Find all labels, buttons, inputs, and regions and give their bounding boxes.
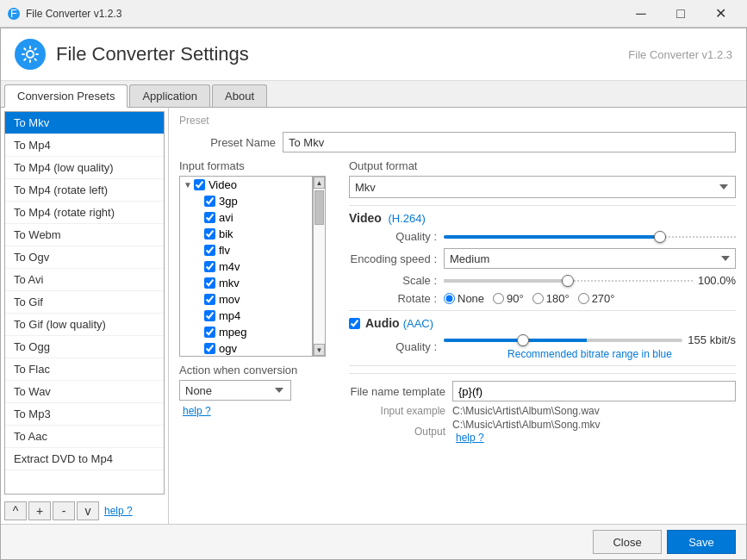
tree-item-bik[interactable]: bik	[180, 226, 312, 242]
tree-item-3gp[interactable]: 3gp	[180, 193, 312, 209]
rotate-180-radio[interactable]	[532, 293, 544, 304]
rotate-none-option[interactable]: None	[444, 292, 484, 305]
scale-thumb[interactable]	[562, 275, 574, 287]
save-button[interactable]: Save	[667, 530, 736, 554]
scroll-up-button[interactable]: ▲	[314, 177, 325, 189]
audio-section: Audio (AAC) Quality :	[349, 316, 736, 360]
minimize-button[interactable]: ─	[621, 0, 661, 28]
audio-slider-container: 155 kbit/s Recommended bitrate range in …	[444, 333, 736, 360]
sidebar-item-to-aac[interactable]: To Aac	[5, 426, 164, 448]
rotate-180-option[interactable]: 180°	[532, 292, 570, 305]
cb-ogv[interactable]	[204, 343, 215, 354]
formats-scrollbar[interactable]: ▲ ▼	[313, 176, 326, 357]
right-column: Output format Mkv Video (H.264)	[349, 159, 736, 445]
sidebar-move-up-button[interactable]: ^	[4, 501, 27, 520]
rotate-radio-group: None 90° 180° 270°	[444, 292, 615, 305]
tab-conversion-presets[interactable]: Conversion Presets	[4, 84, 128, 108]
close-button[interactable]: ✕	[700, 0, 740, 28]
audio-quality-thumb[interactable]	[517, 334, 529, 346]
cb-flv[interactable]	[204, 245, 215, 256]
video-quality-thumb[interactable]	[654, 231, 666, 243]
divider-1	[349, 205, 736, 206]
cb-3gp[interactable]	[204, 196, 215, 207]
sidebar-item-to-flac[interactable]: To Flac	[5, 358, 164, 381]
audio-track-wrapper[interactable]	[444, 334, 682, 346]
title-bar-buttons: ─ □ ✕	[621, 0, 740, 28]
sidebar-item-to-gif-low[interactable]: To Gif (low quality)	[5, 314, 164, 336]
scale-row: Scale : 100.0%	[349, 274, 736, 287]
sidebar-item-to-mp4-low[interactable]: To Mp4 (low quality)	[5, 157, 164, 179]
cb-bik[interactable]	[204, 228, 215, 240]
rotate-270-radio[interactable]	[578, 293, 589, 304]
template-section: File name template Input example C:\Musi…	[349, 373, 736, 444]
cb-m4v[interactable]	[204, 261, 215, 272]
formats-wrapper: ▼ Video 3gp avi	[179, 176, 326, 357]
sidebar-item-extract-dvd[interactable]: Extract DVD to Mp4	[5, 448, 164, 470]
sidebar-item-to-webm[interactable]: To Webm	[5, 224, 164, 246]
sidebar-item-to-mp4-rotate-left[interactable]: To Mp4 (rotate left)	[5, 179, 164, 202]
output-example-value: C:\Music\Artist\Album\Song.mkv	[452, 419, 600, 431]
scroll-down-button[interactable]: ▼	[314, 344, 325, 356]
template-input[interactable]	[452, 381, 736, 401]
tab-about[interactable]: About	[212, 84, 267, 107]
sidebar-item-to-mp4-rotate-right[interactable]: To Mp4 (rotate right)	[5, 202, 164, 224]
preset-section-label: Preset	[179, 115, 736, 127]
tree-root-video[interactable]: ▼ Video	[180, 177, 312, 193]
close-button[interactable]: Close	[593, 530, 662, 554]
output-format-section: Output format Mkv	[349, 159, 736, 198]
tree-item-mpeg[interactable]: mpeg	[180, 324, 312, 340]
maximize-button[interactable]: □	[661, 0, 700, 28]
scroll-thumb[interactable]	[314, 190, 324, 225]
sidebar-item-to-mkv[interactable]: To Mkv	[5, 112, 164, 134]
tree-item-mkv[interactable]: mkv	[180, 275, 312, 291]
sidebar-item-to-mp3[interactable]: To Mp3	[5, 403, 164, 426]
video-quality-track-wrapper[interactable]	[444, 231, 736, 243]
rotate-270-option[interactable]: 270°	[578, 292, 615, 305]
sidebar-add-button[interactable]: +	[28, 501, 51, 520]
cb-avi[interactable]	[204, 212, 215, 223]
tree-item-mp4[interactable]: mp4	[180, 308, 312, 324]
main-window: File Converter Settings File Converter v…	[0, 28, 747, 560]
video-codec: (H.264)	[389, 212, 426, 225]
rotate-90-radio[interactable]	[493, 293, 504, 304]
formats-tree[interactable]: ▼ Video 3gp avi	[179, 176, 313, 357]
sidebar-help-link[interactable]: help ?	[104, 505, 133, 517]
cb-mpeg[interactable]	[204, 327, 215, 338]
tree-item-flv[interactable]: flv	[180, 242, 312, 258]
cb-mp4[interactable]	[204, 310, 215, 321]
cb-mov[interactable]	[204, 294, 215, 305]
sidebar-item-to-avi[interactable]: To Avi	[5, 269, 164, 291]
sidebar-item-to-gif[interactable]: To Gif	[5, 291, 164, 314]
video-root-checkbox[interactable]	[194, 179, 205, 190]
rotate-none-radio[interactable]	[444, 293, 455, 304]
audio-quality-row: Quality : 155 kbit/s	[349, 333, 736, 360]
output-example-row: Output C:\Music\Artist\Album\Song.mkv he…	[349, 419, 736, 444]
sidebar-remove-button[interactable]: -	[53, 501, 75, 520]
tree-item-mov[interactable]: mov	[180, 291, 312, 308]
sidebar-item-to-ogg[interactable]: To Ogg	[5, 336, 164, 358]
encoding-speed-select[interactable]: Medium Ultrafast Superfast Veryfast Fast…	[444, 248, 736, 269]
rotate-label: Rotate :	[349, 292, 444, 305]
scale-value: 100.0%	[693, 274, 736, 287]
sidebar-item-to-ogv[interactable]: To Ogv	[5, 246, 164, 269]
sidebar-item-to-mp4[interactable]: To Mp4	[5, 134, 164, 157]
cb-mkv[interactable]	[204, 277, 215, 289]
rotate-90-option[interactable]: 90°	[493, 292, 524, 305]
sidebar-item-to-wav[interactable]: To Wav	[5, 381, 164, 403]
tab-application[interactable]: Application	[129, 84, 210, 107]
preset-name-input[interactable]	[283, 132, 736, 152]
action-section: Action when conversion None help ?	[179, 364, 339, 417]
output-help-link[interactable]: help ?	[456, 432, 484, 444]
action-help-link[interactable]: help ?	[183, 405, 211, 417]
recommended-text: Recommended bitrate range in blue	[507, 348, 672, 360]
tree-item-m4v[interactable]: m4v	[180, 258, 312, 275]
sidebar-move-down-button[interactable]: v	[77, 501, 99, 520]
audio-checkbox[interactable]	[349, 318, 360, 329]
tree-item-ogv[interactable]: ogv	[180, 340, 312, 357]
scale-track-wrapper[interactable]	[444, 275, 693, 287]
output-format-select[interactable]: Mkv	[349, 176, 736, 198]
video-header: Video (H.264)	[349, 211, 736, 225]
action-select[interactable]: None	[179, 380, 291, 401]
sidebar-list[interactable]: To Mkv To Mp4 To Mp4 (low quality) To Mp…	[4, 111, 165, 495]
tree-item-avi[interactable]: avi	[180, 209, 312, 226]
